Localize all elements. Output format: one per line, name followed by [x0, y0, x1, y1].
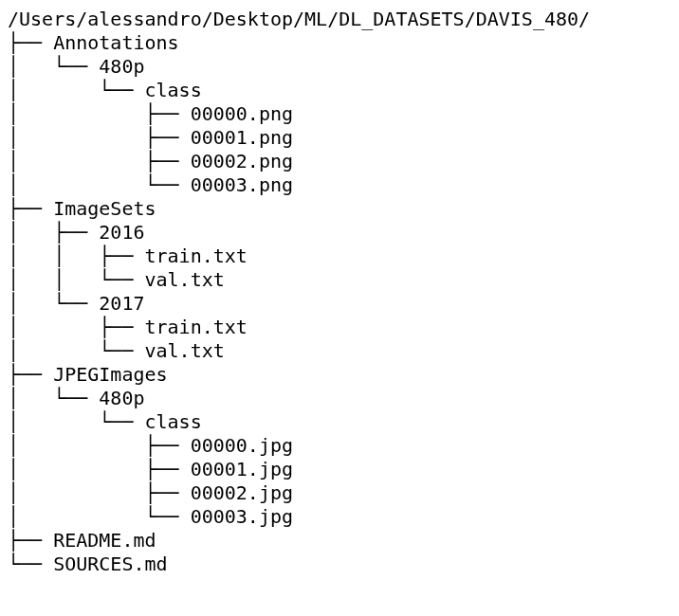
directory-tree: /Users/alessandro/Desktop/ML/DL_DATASETS… [0, 0, 679, 584]
